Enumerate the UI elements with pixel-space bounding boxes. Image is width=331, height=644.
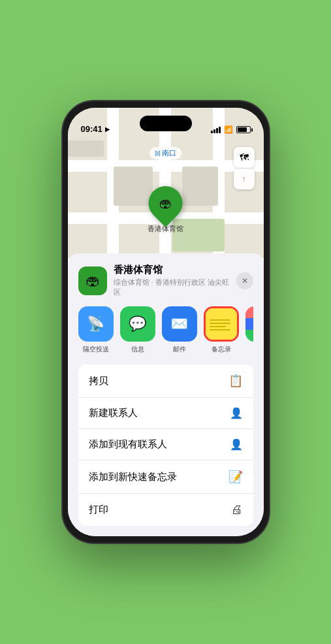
add-contact-label: 添加到现有联系人	[89, 438, 167, 451]
map-label: 回 南口	[150, 147, 182, 159]
battery-icon	[236, 126, 251, 133]
map-layers-button[interactable]: 🗺	[234, 147, 255, 168]
new-contact-label: 新建联系人	[89, 407, 138, 419]
pin-circle: 🏟	[142, 179, 190, 227]
copy-label: 拷贝	[89, 375, 108, 387]
map-button-group: 🗺 ↑	[234, 147, 255, 189]
bottom-sheet: 🏟 香港体育馆 综合体育馆 · 香港特别行政区 油尖旺区 ✕ 📡 隔空投送	[68, 253, 264, 536]
share-item-message[interactable]: 💬 信息	[120, 306, 155, 354]
signal-bar-2	[213, 129, 215, 133]
map-pin: 🏟 香港体育馆	[148, 186, 183, 234]
map-block	[114, 167, 153, 206]
map-label-text: 南口	[162, 149, 176, 157]
wifi-icon: 📶	[224, 125, 233, 134]
location-name: 香港体育馆	[114, 264, 230, 276]
action-add-to-contact[interactable]: 添加到现有联系人 👤	[78, 429, 253, 460]
note-line-2	[210, 323, 230, 324]
status-time: 09:41 ▶	[81, 124, 110, 134]
action-list: 拷贝 📋 新建联系人 👤 添加到现有联系人 👤 添加到新快速备忘录 📝 打印	[78, 364, 253, 526]
airdrop-icon: 📡	[78, 306, 114, 342]
share-item-notes[interactable]: 备忘录	[204, 306, 239, 354]
close-button[interactable]: ✕	[236, 272, 253, 289]
location-desc: 综合体育馆 · 香港特别行政区 油尖旺区	[114, 278, 230, 297]
map-compass-button[interactable]: ↑	[234, 169, 255, 189]
signal-bar-1	[211, 131, 213, 133]
share-item-airdrop[interactable]: 📡 隔空投送	[78, 306, 114, 354]
message-label: 信息	[131, 345, 144, 354]
airdrop-label: 隔空投送	[83, 345, 109, 354]
status-icons: 📶	[211, 125, 251, 134]
share-item-more[interactable]: 提	[245, 306, 253, 354]
mail-icon: ✉️	[162, 306, 197, 342]
note-line-1	[210, 319, 230, 321]
notes-icon	[204, 306, 239, 342]
action-add-note[interactable]: 添加到新快速备忘录 📝	[78, 460, 253, 494]
battery-fill	[238, 127, 247, 132]
copy-icon: 📋	[229, 374, 243, 388]
action-new-contact[interactable]: 新建联系人 👤	[78, 398, 253, 429]
map-block	[182, 167, 218, 206]
note-line-4	[210, 329, 230, 330]
dynamic-island	[140, 116, 192, 131]
note-line-3	[210, 326, 226, 327]
signal-bar-3	[216, 128, 218, 133]
add-contact-icon: 👤	[230, 438, 243, 451]
signal-bar-4	[219, 127, 221, 133]
notes-icon-inner	[206, 308, 237, 340]
message-icon: 💬	[120, 306, 155, 342]
mail-label: 邮件	[173, 345, 186, 354]
location-icon: ▶	[105, 126, 110, 133]
add-note-icon: 📝	[229, 470, 243, 484]
location-venue-icon: 🏟	[78, 266, 107, 295]
share-row: 📡 隔空投送 💬 信息 ✉️ 邮件	[78, 306, 253, 354]
map-layers-icon: 🗺	[240, 152, 249, 163]
phone-screen: 09:41 ▶ 📶	[68, 108, 264, 536]
compass-icon: ↑	[242, 174, 246, 184]
print-label: 打印	[89, 504, 108, 516]
pin-inner-icon: 🏟	[159, 196, 172, 211]
add-note-label: 添加到新快速备忘录	[89, 471, 177, 483]
action-print[interactable]: 打印 🖨	[78, 494, 253, 526]
action-copy[interactable]: 拷贝 📋	[78, 364, 253, 398]
location-header: 🏟 香港体育馆 综合体育馆 · 香港特别行政区 油尖旺区 ✕	[78, 264, 253, 297]
phone-frame: 09:41 ▶ 📶	[61, 100, 270, 544]
more-icon	[245, 306, 253, 342]
notes-label: 备忘录	[212, 345, 231, 354]
location-info: 香港体育馆 综合体育馆 · 香港特别行政区 油尖旺区	[114, 264, 230, 297]
time-display: 09:41	[81, 124, 102, 134]
new-contact-icon: 👤	[230, 407, 243, 419]
signal-bars	[211, 127, 221, 133]
share-item-mail[interactable]: ✉️ 邮件	[162, 306, 197, 354]
close-icon: ✕	[242, 276, 248, 285]
map-block	[68, 140, 104, 157]
print-icon: 🖨	[231, 503, 243, 517]
